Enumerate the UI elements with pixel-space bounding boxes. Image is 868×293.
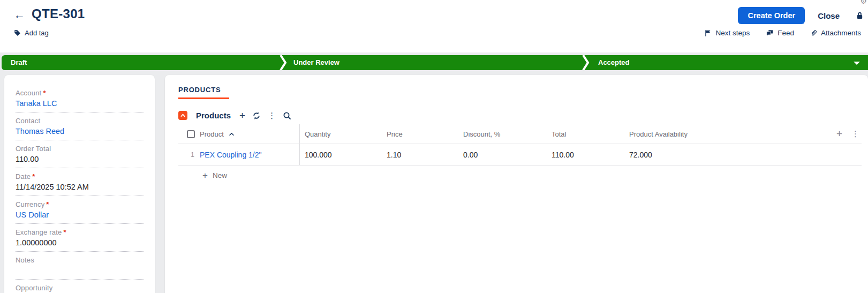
stage-accepted[interactable]: Accepted <box>598 55 630 70</box>
column-header-availability[interactable]: Product Availability <box>624 124 824 144</box>
stage-separator-icon <box>582 55 590 70</box>
feed-button[interactable]: Feed <box>766 29 794 37</box>
tab-products[interactable]: PRODUCTS <box>178 86 229 99</box>
row-actions-cell <box>824 144 862 165</box>
field-value[interactable]: 110.00 <box>16 155 144 163</box>
field-label: Exchange rate* <box>16 229 144 236</box>
field-label: Currency* <box>16 201 144 208</box>
required-marker: * <box>63 228 66 236</box>
field-exchange-rate: Exchange rate* 1.00000000 <box>16 224 144 252</box>
field-date: Date* 11/14/2025 10:52 AM <box>16 168 144 196</box>
record-fields-panel: Account* Tanaka LLC Contact Thomas Reed … <box>4 75 155 293</box>
attachments-label: Attachments <box>821 29 861 37</box>
field-value[interactable]: 1.00000000 <box>16 238 144 247</box>
table-header-row: Product Quantity Price Discount, % Total… <box>178 124 862 144</box>
top-bar: ← QTE-301 Add tag Create Order Close ⚙ N… <box>0 0 868 52</box>
cell-availability[interactable]: 72.000 <box>624 144 824 165</box>
column-header-price[interactable]: Price <box>382 124 458 144</box>
feed-label: Feed <box>778 29 794 37</box>
section-menu-icon[interactable]: ⋮ <box>268 111 276 120</box>
paperclip-icon <box>810 29 817 37</box>
feed-icon <box>766 29 774 37</box>
field-order-total: Order Total 110.00 <box>16 140 144 168</box>
products-toolbar: Products + ⋮ <box>165 99 868 120</box>
stage-progress-bar: Draft Under Review Accepted <box>2 55 868 70</box>
add-column-row-icon[interactable]: + <box>836 130 842 138</box>
cell-quantity[interactable]: 100.000 <box>300 144 382 165</box>
field-value-link[interactable]: US Dollar <box>16 211 144 219</box>
field-opportunity: Opportunity <box>16 280 144 293</box>
back-arrow-icon[interactable]: ← <box>14 9 25 21</box>
field-label: Order Total <box>16 145 144 153</box>
add-product-icon[interactable]: + <box>239 111 245 120</box>
section-title: Products <box>196 111 231 120</box>
gear-icon[interactable]: ⚙ <box>860 0 867 5</box>
stage-dropdown-caret-icon[interactable] <box>854 62 860 65</box>
product-link[interactable]: PEX Coupling 1/2" <box>200 151 262 159</box>
next-steps-button[interactable]: Next steps <box>704 29 750 37</box>
app-root: ← QTE-301 Add tag Create Order Close ⚙ N… <box>0 0 868 293</box>
add-tag-button[interactable]: Add tag <box>14 29 49 37</box>
field-label: Account* <box>16 89 144 97</box>
stage-under-review[interactable]: Under Review <box>293 55 339 70</box>
select-all-checkbox[interactable] <box>187 130 195 138</box>
refresh-icon[interactable] <box>252 111 261 120</box>
page-title: QTE-301 <box>32 6 85 21</box>
lock-icon[interactable] <box>856 11 864 20</box>
field-label: Date* <box>16 173 144 181</box>
table-menu-icon[interactable]: ⋮ <box>851 130 859 138</box>
create-order-button[interactable]: Create Order <box>738 7 805 24</box>
header-actions-cell: + ⋮ <box>824 124 862 144</box>
stage-draft[interactable]: Draft <box>11 55 27 70</box>
stage-separator-icon <box>280 55 287 70</box>
column-header-quantity[interactable]: Quantity <box>300 124 382 144</box>
collapse-section-button[interactable] <box>178 111 187 120</box>
column-header-product[interactable]: Product <box>200 124 300 144</box>
new-row-label: New <box>213 171 227 179</box>
next-steps-label: Next steps <box>715 29 750 37</box>
column-header-discount[interactable]: Discount, % <box>458 124 547 144</box>
cell-price[interactable]: 1.10 <box>382 144 458 165</box>
tab-strip: PRODUCTS <box>165 75 868 99</box>
search-icon[interactable] <box>283 111 291 120</box>
table-row: 1 PEX Coupling 1/2" 100.000 1.10 0.00 11… <box>178 144 862 166</box>
flag-icon <box>704 29 712 37</box>
required-marker: * <box>32 172 35 181</box>
cell-product: PEX Coupling 1/2" <box>200 144 300 165</box>
sort-asc-icon <box>229 132 235 136</box>
quick-links: Next steps Feed Attachments <box>704 29 861 37</box>
field-value-link[interactable]: Tanaka LLC <box>16 99 144 108</box>
field-label: Opportunity <box>16 284 144 292</box>
column-header-total[interactable]: Total <box>547 124 624 144</box>
field-value-link[interactable]: Thomas Reed <box>16 127 144 136</box>
add-tag-label: Add tag <box>25 29 49 37</box>
products-table: Product Quantity Price Discount, % Total… <box>178 124 862 179</box>
field-account: Account* Tanaka LLC <box>16 85 144 112</box>
topbar-actions: Create Order Close <box>738 7 864 24</box>
cell-discount[interactable]: 0.00 <box>458 144 547 165</box>
field-value[interactable] <box>16 266 144 275</box>
detail-panel: PRODUCTS Products + ⋮ Product <box>165 75 868 293</box>
row-number: 1 <box>178 144 200 165</box>
field-value[interactable]: 11/14/2025 10:52 AM <box>16 183 144 191</box>
close-button[interactable]: Close <box>818 11 840 20</box>
attachments-button[interactable]: Attachments <box>810 29 861 37</box>
header-select-cell <box>178 124 200 144</box>
required-marker: * <box>46 200 49 208</box>
cell-total[interactable]: 110.00 <box>547 144 624 165</box>
field-label: Contact <box>16 117 144 125</box>
new-row-button[interactable]: + New <box>202 171 862 179</box>
field-notes: Notes <box>16 252 144 280</box>
plus-icon: + <box>202 172 208 179</box>
tag-icon <box>14 29 21 36</box>
required-marker: * <box>43 89 46 97</box>
field-currency: Currency* US Dollar <box>16 196 144 224</box>
field-contact: Contact Thomas Reed <box>16 112 144 140</box>
field-label: Notes <box>16 257 144 264</box>
